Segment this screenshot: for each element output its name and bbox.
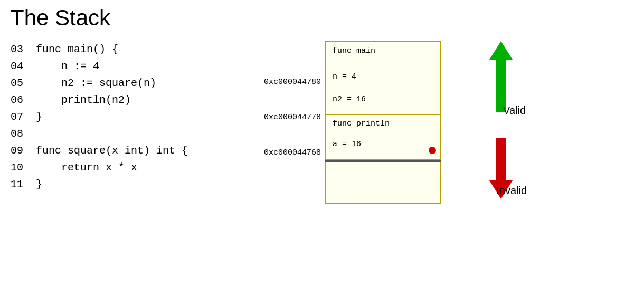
green-arrow-head <box>489 41 513 60</box>
frame-println-var-a: a = 16 <box>333 140 434 149</box>
red-dot-indicator <box>429 147 436 154</box>
code-line-06: 06 println(n2) <box>11 92 232 109</box>
code-line-04: 04 n := 4 <box>11 58 232 75</box>
red-arrow-body <box>496 138 506 180</box>
invalid-frame <box>325 162 441 204</box>
valid-frames: func main n = 4 n2 = 16 func println a =… <box>325 41 441 160</box>
page-title: The Stack <box>0 0 644 31</box>
code-line-07: 07 } <box>11 109 232 126</box>
code-line-10: 10 return x * x <box>11 159 232 176</box>
valid-label: Valid <box>503 104 526 117</box>
address-a: 0xc000044768 <box>264 149 321 157</box>
code-line-09: 09 func square(x int) int { <box>11 142 232 159</box>
frame-main-title: func main <box>333 46 434 55</box>
code-section: 03 func main() { 04 n := 4 05 n2 := squa… <box>11 41 232 204</box>
address-n: 0xc000044780 <box>264 78 321 86</box>
code-line-08: 08 <box>11 126 232 142</box>
frame-println: func println a = 16 <box>326 115 440 159</box>
frame-main-var-n: n = 4 <box>333 72 434 81</box>
code-line-05: 05 n2 := square(n) <box>11 75 232 92</box>
frame-main-var-n2: n2 = 16 <box>333 95 434 104</box>
frame-println-title: func println <box>333 119 434 128</box>
code-line-03: 03 func main() { <box>11 41 232 58</box>
stack-section: 0xc000044780 0xc000044778 0xc000044768 f… <box>264 41 441 204</box>
code-line-11: 11 } <box>11 176 232 193</box>
address-n2: 0xc000044778 <box>264 113 321 121</box>
frame-main: func main n = 4 n2 = 16 <box>326 42 440 114</box>
invalid-label: Invalid <box>496 185 527 197</box>
addresses-column: 0xc000044780 0xc000044778 0xc000044768 <box>264 41 321 204</box>
valid-arrow <box>489 41 513 112</box>
